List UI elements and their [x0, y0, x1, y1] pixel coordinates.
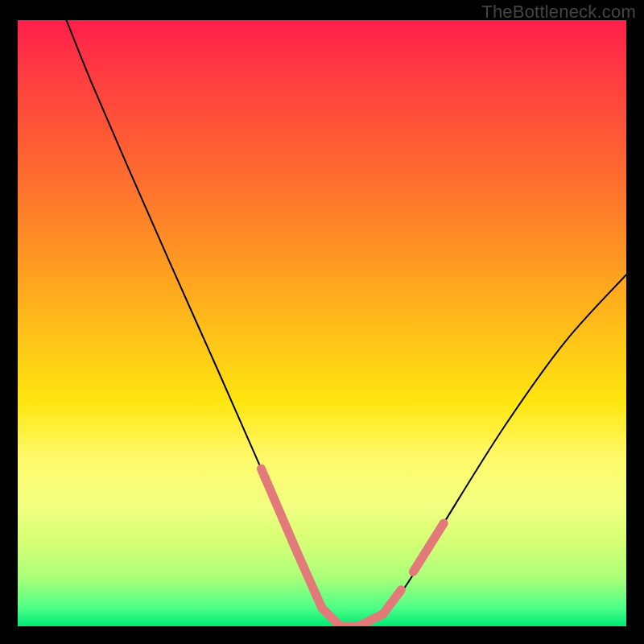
curve-svg — [18, 20, 626, 626]
bottleneck-curve-line — [66, 20, 626, 626]
highlight-markers — [261, 469, 444, 626]
watermark-text: TheBottleneck.com — [481, 2, 636, 23]
highlight-segment — [298, 554, 322, 609]
highlight-segment — [261, 469, 297, 553]
highlight-segment — [413, 523, 444, 572]
chart-frame: TheBottleneck.com — [0, 0, 644, 644]
plot-area — [18, 20, 626, 626]
main-curve — [66, 20, 626, 626]
highlight-segment — [383, 590, 402, 614]
